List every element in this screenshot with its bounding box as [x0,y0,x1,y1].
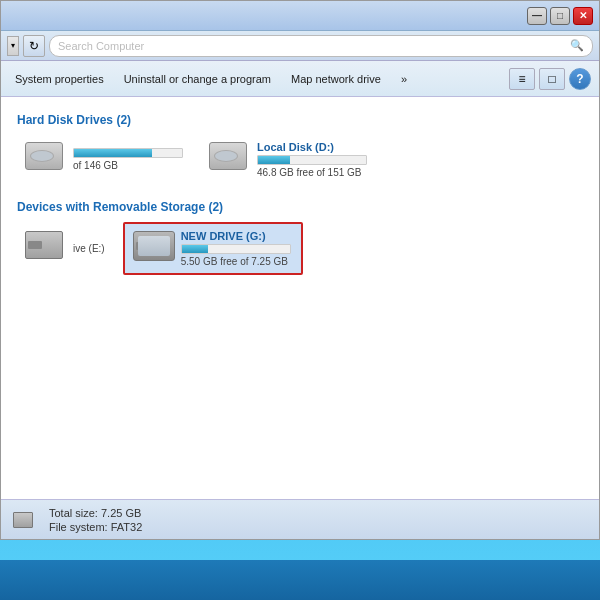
address-dropdown[interactable]: ▾ [7,36,19,56]
e-drive-item[interactable]: ive (E:) [17,222,113,275]
c-drive-bar-container [73,148,183,158]
d-drive-info: Local Disk (D:) 46.8 GB free of 151 GB [257,141,367,178]
map-network-button[interactable]: Map network drive [285,71,387,87]
search-placeholder-text: Search Computer [58,40,144,52]
g-drive-size: 5.50 GB free of 7.25 GB [181,256,291,267]
system-properties-label: System properties [15,73,104,85]
search-box[interactable]: Search Computer 🔍 [49,35,593,57]
status-drive-icon [13,512,33,528]
d-drive-label: Local Disk (D:) [257,141,367,153]
d-drive-icon [209,142,249,178]
c-drive-icon [25,142,65,178]
window-controls: — □ ✕ [527,7,593,25]
c-drive-bar [74,149,152,157]
uninstall-button[interactable]: Uninstall or change a program [118,71,277,87]
d-drive-item[interactable]: Local Disk (D:) 46.8 GB free of 151 GB [201,135,381,184]
c-drive-item[interactable]: of 146 GB [17,135,191,184]
uninstall-label: Uninstall or change a program [124,73,271,85]
maximize-button[interactable]: □ [550,7,570,25]
address-bar: ▾ ↻ Search Computer 🔍 [1,31,599,61]
help-button[interactable]: ? [569,68,591,90]
removable-label: Devices with Removable Storage (2) [17,200,223,214]
refresh-button[interactable]: ↻ [23,35,45,57]
e-drive-label: ive (E:) [73,243,105,254]
map-network-label: Map network drive [291,73,381,85]
e-drive-info: ive (E:) [73,243,105,254]
search-icon: 🔍 [570,39,584,52]
more-label: » [401,73,407,85]
close-button[interactable]: ✕ [573,7,593,25]
more-button[interactable]: » [395,71,413,87]
taskbar [0,560,600,600]
c-drive-size: of 146 GB [73,160,183,171]
explorer-window: — □ ✕ ▾ ↻ Search Computer 🔍 System prope… [0,0,600,540]
g-drive-icon [133,231,173,267]
hard-disk-section-header: Hard Disk Drives (2) [17,113,583,127]
d-drive-bar-container [257,155,367,165]
d-drive-bar [258,156,290,164]
e-drive-icon [25,231,65,267]
g-drive-label: NEW DRIVE (G:) [181,230,291,242]
title-bar: — □ ✕ [1,1,599,31]
main-panel: Hard Disk Drives (2) of 146 GB [1,97,599,499]
view-details-button[interactable]: □ [539,68,565,90]
hard-disk-label: Hard Disk Drives (2) [17,113,131,127]
status-info: Total size: 7.25 GB File system: FAT32 [49,507,142,533]
removable-section-header: Devices with Removable Storage (2) [17,200,583,214]
d-drive-size: 46.8 GB free of 151 GB [257,167,367,178]
command-right: ≡ □ ? [509,68,591,90]
command-bar: System properties Uninstall or change a … [1,61,599,97]
hard-disk-drives-grid: of 146 GB Local Disk (D:) 46.8 GB free o… [17,135,583,184]
c-drive-info: of 146 GB [73,148,183,171]
filesystem-text: File system: FAT32 [49,521,142,533]
g-drive-item[interactable]: NEW DRIVE (G:) 5.50 GB free of 7.25 GB [123,222,303,275]
minimize-button[interactable]: — [527,7,547,25]
status-bar: Total size: 7.25 GB File system: FAT32 [1,499,599,539]
g-drive-bar-container [181,244,291,254]
removable-drives-grid: ive (E:) NEW DRIVE (G:) [17,222,583,275]
total-size-text: Total size: 7.25 GB [49,507,142,519]
content-area: Hard Disk Drives (2) of 146 GB [1,97,599,499]
view-toggle-button[interactable]: ≡ [509,68,535,90]
system-properties-button[interactable]: System properties [9,71,110,87]
g-drive-info: NEW DRIVE (G:) 5.50 GB free of 7.25 GB [181,230,291,267]
g-drive-bar [182,245,208,253]
